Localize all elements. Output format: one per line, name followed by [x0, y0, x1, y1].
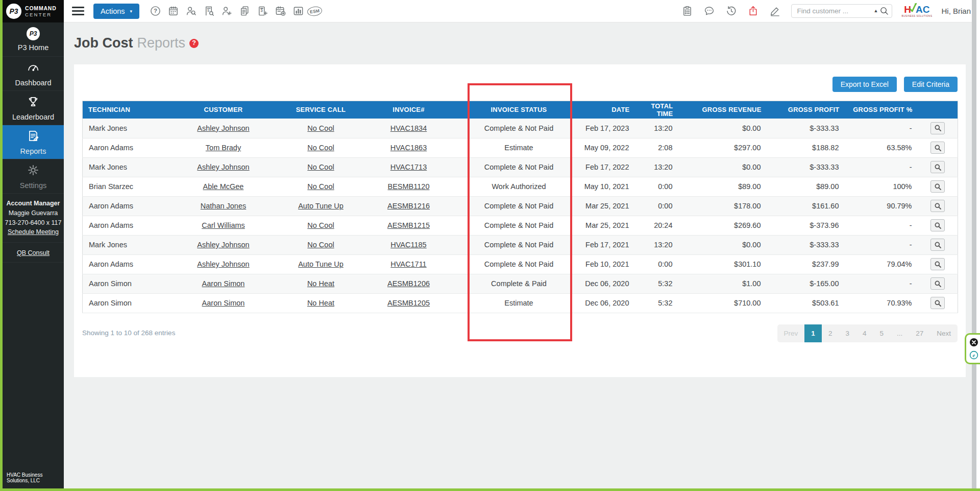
invoice-link[interactable]: AESMB1205	[387, 299, 430, 307]
invoice-link[interactable]: HVAC1713	[390, 163, 427, 171]
customer-link[interactable]: Ashley Johnson	[197, 163, 249, 171]
scrollbar-thumb[interactable]	[972, 0, 976, 491]
edit-criteria-button[interactable]: Edit Criteria	[904, 77, 958, 92]
pagination-page-1[interactable]: 1	[804, 324, 822, 342]
customer-link[interactable]: Nathan Jones	[201, 202, 246, 210]
sidebar-item-dashboard[interactable]: Dashboard	[3, 57, 64, 91]
service-call-link[interactable]: No Cool	[307, 182, 334, 191]
invoice-link[interactable]: HVAC1863	[390, 144, 427, 152]
row-search-button[interactable]	[930, 297, 945, 309]
service-call-link[interactable]: No Cool	[307, 163, 334, 171]
row-search-button[interactable]	[930, 142, 945, 154]
service-call-cell: No Heat	[285, 293, 357, 313]
invoice-search-icon[interactable]: $	[202, 4, 216, 18]
customer-link[interactable]: Ashley Johnson	[197, 124, 249, 132]
invoice-link[interactable]: AESMB1206	[387, 279, 430, 288]
app-logo[interactable]: P3 COMMAND CENTER	[3, 0, 64, 22]
service-call-link[interactable]: No Cool	[307, 144, 334, 152]
share-icon[interactable]	[746, 4, 760, 18]
help-icon[interactable]: ?	[149, 4, 162, 18]
customer-link[interactable]: Ashley Johnson	[197, 241, 249, 249]
sidebar-item-p3-home[interactable]: P3 P3 Home	[3, 22, 64, 57]
customer-link[interactable]: Tom Brady	[206, 144, 241, 152]
account-manager-block: Account Manager Maggie Guevarra 713-270-…	[3, 194, 64, 243]
pagination-page-2[interactable]: 2	[822, 324, 839, 342]
gross-revenue-cell: $269.60	[679, 216, 767, 235]
add-invoice-icon[interactable]: $	[256, 4, 270, 18]
col-invoice[interactable]: INVOICE#	[357, 101, 460, 119]
invoice-link[interactable]: HVAC1185	[390, 241, 426, 249]
customer-search-icon[interactable]	[184, 4, 198, 18]
col-technician[interactable]: TECHNICIAN	[83, 101, 162, 119]
calendar-icon[interactable]	[166, 4, 180, 18]
search-collapse-icon[interactable]: ▲	[873, 8, 878, 13]
pagination-page-5[interactable]: 5	[873, 324, 890, 342]
invoice-link[interactable]: AESMB1216	[387, 202, 430, 210]
row-search-button[interactable]	[930, 122, 945, 134]
technician-cell: Brian Starzec	[83, 177, 162, 196]
pagination-page-4[interactable]: 4	[856, 324, 873, 342]
chat-icon[interactable]	[702, 4, 716, 18]
col-customer[interactable]: CUSTOMER	[162, 101, 285, 119]
pagination-next[interactable]: Next	[930, 324, 958, 342]
row-search-button[interactable]	[930, 161, 945, 173]
col-total-time[interactable]: TOTAL TIME	[635, 101, 679, 119]
add-customer-icon[interactable]	[220, 4, 234, 18]
invoice-link[interactable]: AESMB1215	[387, 221, 430, 229]
row-search-button[interactable]	[930, 258, 945, 270]
esm-badge[interactable]: ESM	[307, 6, 323, 17]
total-time-cell: 13:20	[635, 235, 679, 254]
checklist-clipboard-icon[interactable]	[680, 4, 694, 18]
service-call-link[interactable]: No Cool	[307, 124, 334, 132]
sidebar-item-reports[interactable]: Reports	[3, 125, 64, 159]
edit-pencil-icon[interactable]	[768, 4, 782, 18]
service-call-link[interactable]: Auto Tune Up	[298, 202, 344, 210]
row-search-button[interactable]	[930, 200, 945, 212]
row-search-button[interactable]	[930, 180, 945, 193]
sidebar-item-settings[interactable]: Settings	[3, 159, 64, 194]
sidebar-item-leaderboard[interactable]: Leaderboard	[3, 91, 64, 125]
col-service-call[interactable]: SERVICE CALL	[285, 101, 357, 119]
invoice-link[interactable]: HVAC1711	[390, 260, 426, 268]
customer-link[interactable]: Carl Williams	[202, 221, 245, 229]
schedule-add-icon[interactable]	[274, 4, 287, 18]
row-search-button[interactable]	[930, 219, 945, 231]
actions-button[interactable]: Actions ▾	[93, 4, 139, 19]
invoice-link[interactable]: BESMB1120	[388, 182, 430, 191]
qb-consult-link[interactable]: QB Consult	[17, 249, 50, 256]
customer-link[interactable]: Able McGee	[203, 182, 244, 191]
table-footer: Showing 1 to 10 of 268 entries Prev12345…	[82, 324, 958, 342]
export-to-excel-button[interactable]: Export to Excel	[832, 77, 897, 92]
customer-link[interactable]: Aaron Simon	[202, 279, 245, 288]
row-search-button[interactable]	[930, 277, 945, 290]
search-icon[interactable]	[879, 6, 889, 18]
hamburger-menu-icon[interactable]	[72, 7, 84, 15]
pagination-prev[interactable]: Prev	[777, 324, 805, 342]
reports-chart-icon[interactable]	[291, 4, 305, 18]
clipper-e-icon[interactable]: e	[969, 350, 978, 360]
col-gross-profit-pct[interactable]: GROSS PROFIT %	[845, 101, 918, 119]
pagination-page-27[interactable]: 27	[909, 324, 930, 342]
col-gross-profit[interactable]: GROSS PROFIT	[767, 101, 845, 119]
col-date[interactable]: DATE	[578, 101, 635, 119]
page-help-icon[interactable]: ?	[189, 39, 199, 48]
service-call-link[interactable]: Auto Tune Up	[298, 260, 344, 268]
row-search-button[interactable]	[930, 239, 945, 251]
history-icon[interactable]	[724, 4, 738, 18]
col-gross-revenue[interactable]: GROSS REVENUE	[679, 101, 767, 119]
copy-documents-icon[interactable]	[238, 4, 252, 18]
col-invoice-status[interactable]: INVOICE STATUS	[460, 101, 578, 119]
service-call-link[interactable]: No Heat	[307, 299, 334, 307]
service-call-link[interactable]: No Heat	[307, 279, 334, 288]
service-call-link[interactable]: No Cool	[307, 241, 334, 249]
close-icon[interactable]	[969, 338, 978, 347]
sidebar-item-label: P3 Home	[18, 43, 48, 52]
schedule-meeting-link[interactable]: Schedule Meeting	[8, 227, 59, 237]
invoice-link[interactable]: HVAC1834	[390, 124, 427, 132]
customer-link[interactable]: Aaron Simon	[202, 299, 245, 307]
pagination-page-3[interactable]: 3	[839, 324, 856, 342]
gross-profit-cell: $-165.00	[767, 274, 845, 293]
hvac-tagline: BUSINESS SOLUTIONS	[901, 15, 932, 18]
service-call-link[interactable]: No Cool	[307, 221, 334, 229]
customer-link[interactable]: Ashley Johnson	[197, 260, 249, 268]
